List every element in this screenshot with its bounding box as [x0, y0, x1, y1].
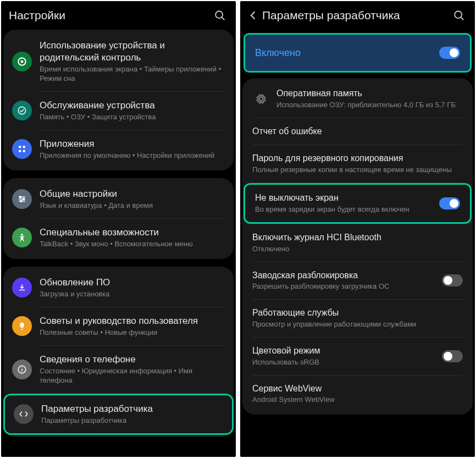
settings-group: Обновление ПОЗагрузка и установкаСоветы …	[3, 267, 234, 437]
item-label: Специальные возможности	[40, 227, 225, 239]
settings-item-software-update[interactable]: Обновление ПОЗагрузка и установка	[3, 269, 234, 307]
svg-point-6	[23, 146, 26, 148]
dev-item-color-mode[interactable]: Цветовой режимИспользовать sRGB	[242, 338, 473, 375]
dev-item-sub: Android System WebView	[252, 395, 463, 405]
dev-item-memory[interactable]: Оперативная памятьИспользование ОЗУ: при…	[242, 80, 473, 118]
search-icon[interactable]	[212, 9, 226, 21]
item-sub: TalkBack • Звук моно • Вспомогательное м…	[40, 240, 225, 249]
dev-item-webview[interactable]: Сервис WebViewAndroid System WebView	[242, 376, 473, 413]
dev-item-backup-password[interactable]: Пароль для резервного копированияПолные …	[242, 145, 473, 183]
stay-awake-toggle[interactable]	[439, 197, 460, 209]
settings-item-developer-options[interactable]: Параметры разработчикаПараметры разработ…	[3, 394, 234, 435]
dev-item-sub: Использование ОЗУ: приблизительно 4,0 ГБ…	[276, 101, 463, 110]
dev-item-label: Заводская разблокировка	[252, 270, 442, 282]
settings-title: Настройки	[9, 9, 212, 22]
svg-point-12	[20, 196, 21, 198]
item-sub: Полезные советы • Новые функции	[40, 328, 225, 338]
settings-item-tips[interactable]: Советы и руководство пользователяПолезны…	[3, 307, 234, 345]
item-label: Советы и руководство пользователя	[40, 315, 225, 327]
chip-icon	[250, 92, 272, 106]
developer-options-screen: Параметры разработчика Включено Оператив…	[240, 1, 475, 457]
dev-item-label: Цветовой режим	[252, 345, 442, 357]
settings-group: Общие настройкиЯзык и клавиатура • Дата …	[3, 178, 234, 259]
item-sub: Приложения по умолчанию • Настройки прил…	[40, 151, 225, 161]
svg-rect-22	[259, 97, 262, 100]
dev-title: Параметры разработчика	[262, 9, 451, 22]
device-usage-icon	[12, 52, 32, 71]
software-update-icon	[12, 278, 32, 297]
settings-screen: Настройки Использование устройства и род…	[1, 1, 236, 457]
item-label: Обслуживание устройства	[40, 100, 225, 112]
svg-point-18	[21, 367, 23, 368]
dev-item-sub: Во время зарядки экран будет всегда вклю…	[255, 205, 439, 214]
search-icon[interactable]	[451, 9, 465, 21]
settings-item-apps[interactable]: ПриложенияПриложения по умолчанию • Наст…	[3, 130, 234, 168]
settings-item-device-care[interactable]: Обслуживание устройстваПамять • ОЗУ • За…	[3, 92, 234, 130]
dev-item-label: Не выключать экран	[255, 192, 439, 204]
oem-unlock-toggle[interactable]	[442, 274, 463, 286]
dev-item-sub: Полные резервные копии в настоящее время…	[252, 165, 463, 175]
dev-item-bt-hci[interactable]: Включить журнал HCI BluetoothОтключено	[242, 224, 473, 262]
svg-point-7	[19, 150, 21, 153]
svg-point-8	[23, 150, 26, 153]
settings-item-about-phone[interactable]: Сведения о телефонеСостояние • Юридическ…	[3, 346, 234, 393]
dev-enabled-toggle[interactable]	[439, 47, 460, 59]
settings-item-device-usage[interactable]: Использование устройства и родительский …	[3, 32, 234, 91]
apps-icon	[12, 139, 32, 159]
dev-item-running-services[interactable]: Работающие службыПросмотр и управление р…	[242, 300, 473, 337]
accessibility-icon	[12, 228, 32, 247]
item-label: Обновление ПО	[40, 277, 225, 289]
dev-item-sub: Отключено	[252, 245, 463, 254]
dev-item-label: Сервис WebView	[252, 383, 463, 395]
dev-item-label: Оперативная память	[276, 88, 463, 100]
item-label: Параметры разработчика	[41, 403, 223, 415]
item-label: Сведения о телефоне	[40, 354, 225, 366]
developer-options-icon	[14, 404, 34, 424]
item-sub: Время использования экрана • Таймеры при…	[40, 65, 225, 84]
item-label: Использование устройства и родительский …	[40, 40, 225, 64]
dev-options-list[interactable]: Оперативная памятьИспользование ОЗУ: при…	[242, 78, 473, 415]
svg-point-3	[21, 60, 24, 63]
settings-header: Настройки	[1, 1, 236, 30]
settings-group: Использование устройства и родительский …	[3, 30, 234, 170]
item-sub: Язык и клавиатура • Дата и время	[40, 201, 225, 211]
svg-rect-21	[258, 96, 264, 102]
svg-point-13	[23, 198, 25, 200]
dev-item-label: Пароль для резервного копирования	[252, 153, 463, 164]
svg-point-4	[18, 107, 25, 114]
svg-point-5	[19, 146, 21, 148]
dev-item-bug-report[interactable]: Отчет об ошибке	[242, 118, 473, 145]
item-label: Общие настройки	[40, 188, 225, 200]
item-label: Приложения	[40, 138, 225, 150]
item-sub: Загрузка и установка	[40, 290, 225, 299]
item-sub: Состояние • Юридическая информация • Имя…	[40, 367, 225, 385]
settings-list[interactable]: Использование устройства и родительский …	[1, 30, 236, 457]
svg-point-14	[20, 201, 22, 202]
color-mode-toggle[interactable]	[442, 350, 463, 362]
svg-line-20	[461, 18, 464, 20]
dev-enabled-label: Включено	[255, 47, 439, 59]
svg-line-1	[222, 18, 225, 20]
tips-icon	[12, 316, 32, 336]
about-phone-icon	[12, 360, 32, 379]
item-sub: Память • ОЗУ • Защита устройства	[40, 113, 225, 122]
svg-point-0	[215, 11, 223, 18]
settings-item-accessibility[interactable]: Специальные возможностиTalkBack • Звук м…	[3, 219, 234, 257]
dev-header: Параметры разработчика	[240, 1, 475, 30]
dev-item-sub: Разрешить разблокировку загрузчика ОС	[252, 282, 442, 291]
back-icon[interactable]	[248, 10, 262, 21]
device-care-icon	[12, 101, 32, 120]
dev-enabled-row[interactable]: Включено	[243, 33, 472, 73]
dev-item-sub: Использовать sRGB	[252, 358, 442, 367]
dev-item-label: Работающие службы	[252, 307, 463, 319]
item-sub: Параметры разработчика	[41, 416, 223, 426]
dev-item-oem-unlock[interactable]: Заводская разблокировкаРазрешить разблок…	[242, 262, 473, 300]
dev-item-sub: Просмотр и управление работающими служба…	[252, 320, 463, 329]
dev-item-label: Включить журнал HCI Bluetooth	[252, 232, 463, 244]
general-icon	[12, 189, 32, 209]
dev-item-stay-awake[interactable]: Не выключать экранВо время зарядки экран…	[243, 183, 472, 224]
svg-point-19	[455, 11, 462, 18]
settings-item-general[interactable]: Общие настройкиЯзык и клавиатура • Дата …	[3, 180, 234, 218]
svg-point-15	[21, 234, 23, 236]
dev-item-label: Отчет об ошибке	[252, 126, 463, 137]
